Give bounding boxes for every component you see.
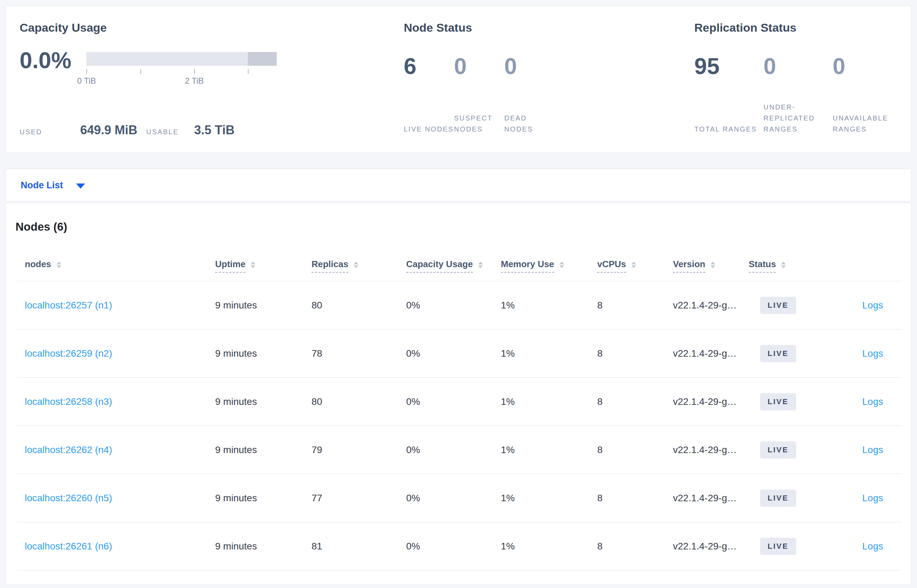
sort-icon <box>57 262 61 268</box>
stat-label: UNAVAILABLE RANGES <box>833 113 902 135</box>
stat-value: 6 <box>404 55 454 78</box>
stat-value: 0 <box>833 55 902 78</box>
sort-icon <box>250 262 255 268</box>
sort-icon <box>710 262 715 268</box>
status-badge: LIVE <box>760 345 796 362</box>
column-header-version[interactable]: Version <box>673 259 749 281</box>
node-link[interactable]: localhost:26257 (n1) <box>25 300 112 310</box>
logs-link[interactable]: Logs <box>862 300 883 310</box>
stat: 0 SUSPECT NODES <box>454 55 504 135</box>
vcpus-cell: 8 <box>597 396 673 407</box>
capacity-usage-cell: 0% <box>406 541 501 552</box>
stat-label: SUSPECT NODES <box>454 113 504 135</box>
vcpus-cell: 8 <box>597 300 673 311</box>
node-list-selector-label: Node List <box>21 180 63 191</box>
node-status-title: Node Status <box>404 21 569 36</box>
table-row: localhost:26260 (n5) 9 minutes 77 0% 1% … <box>17 474 901 522</box>
status-badge: LIVE <box>760 489 796 507</box>
node-status-stats: 6 LIVE NODES 0 SUSPECT NODES 0 DEAD NODE… <box>404 55 569 135</box>
sort-icon <box>478 262 483 268</box>
column-header-nodes[interactable]: nodes <box>25 259 215 281</box>
logs-link[interactable]: Logs <box>862 396 883 407</box>
capacity-bar-tick-label: 0 TiB <box>66 76 107 86</box>
capacity-usage-cell: 0% <box>406 444 501 456</box>
memory-use-cell: 1% <box>501 444 597 456</box>
logs-link[interactable]: Logs <box>862 493 883 503</box>
logs-link[interactable]: Logs <box>862 444 883 455</box>
capacity-usage-title: Capacity Usage <box>19 21 391 36</box>
replicas-cell: 79 <box>312 444 406 456</box>
column-header-label: Version <box>673 259 705 273</box>
version-cell: v22.1.4-29-g… <box>673 300 749 311</box>
replicas-cell: 78 <box>312 348 406 359</box>
table-row: localhost:26261 (n6) 9 minutes 81 0% 1% … <box>17 522 901 570</box>
column-header-label: Status <box>749 259 776 273</box>
capacity-bar-unusable-segment <box>248 52 277 66</box>
used-label: USED <box>19 128 80 136</box>
usable-value: 3.5 TiB <box>194 123 234 137</box>
status-badge: LIVE <box>760 297 796 314</box>
capacity-usage-cell: 0% <box>406 348 501 359</box>
nodes-panel-title: Nodes (6) <box>16 220 911 233</box>
table-row: localhost:26259 (n2) 9 minutes 78 0% 1% … <box>17 330 901 378</box>
column-header-replicas[interactable]: Replicas <box>312 259 406 281</box>
node-link[interactable]: localhost:26261 (n6) <box>25 541 112 551</box>
overview-panel: Capacity Usage 0.0% 0 TiB2 TiB USED 649.… <box>5 5 912 153</box>
node-link[interactable]: localhost:26259 (n2) <box>25 348 112 359</box>
sort-icon <box>781 262 786 268</box>
stat-label: TOTAL RANGES <box>694 124 764 135</box>
column-header-label: vCPUs <box>597 259 626 273</box>
stat-value: 95 <box>694 55 764 78</box>
column-header-capacity-usage[interactable]: Capacity Usage <box>406 259 501 281</box>
stat: 0 UNDER-REPLICATED RANGES <box>764 55 833 135</box>
capacity-usage-chart: 0.0% 0 TiB2 TiB <box>19 47 391 90</box>
logs-link[interactable]: Logs <box>862 348 883 359</box>
uptime-cell: 9 minutes <box>215 348 312 359</box>
nodes-table-body: localhost:26257 (n1) 9 minutes 80 0% 1% … <box>17 281 901 570</box>
replication-status-title: Replication Status <box>694 21 908 36</box>
stat-value: 0 <box>504 55 555 78</box>
stat-label: UNDER-REPLICATED RANGES <box>764 102 833 135</box>
table-row: localhost:26262 (n4) 9 minutes 79 0% 1% … <box>17 426 901 474</box>
column-header-uptime[interactable]: Uptime <box>215 259 312 281</box>
sort-icon <box>354 262 358 268</box>
logs-link[interactable]: Logs <box>862 541 883 551</box>
capacity-bar: 0 TiB2 TiB <box>86 52 277 90</box>
replicas-cell: 81 <box>312 541 406 552</box>
version-cell: v22.1.4-29-g… <box>673 541 749 552</box>
node-status-section: Node Status 6 LIVE NODES 0 SUSPECT NODES… <box>404 6 569 152</box>
node-list-selector[interactable]: Node List <box>6 169 911 201</box>
stat-value: 0 <box>454 55 504 78</box>
stat: 0 UNAVAILABLE RANGES <box>833 55 902 135</box>
memory-use-cell: 1% <box>501 541 597 552</box>
usable-label: USABLE <box>146 128 179 136</box>
capacity-usage-cell: 0% <box>406 493 501 504</box>
status-badge: LIVE <box>760 441 796 459</box>
capacity-usage-section: Capacity Usage 0.0% 0 TiB2 TiB USED 649.… <box>19 6 391 152</box>
replicas-cell: 80 <box>312 396 406 407</box>
stat-value: 0 <box>764 55 833 78</box>
uptime-cell: 9 minutes <box>215 493 312 504</box>
node-link[interactable]: localhost:26260 (n5) <box>25 493 112 503</box>
replicas-cell: 80 <box>312 300 406 311</box>
version-cell: v22.1.4-29-g… <box>673 493 749 504</box>
status-badge: LIVE <box>760 538 796 555</box>
capacity-bar-tick <box>86 69 87 74</box>
stat: 6 LIVE NODES <box>404 55 454 135</box>
node-link[interactable]: localhost:26262 (n4) <box>25 444 112 455</box>
table-row: localhost:26257 (n1) 9 minutes 80 0% 1% … <box>17 281 901 330</box>
replicas-cell: 77 <box>312 493 406 504</box>
column-header-label: Memory Use <box>501 259 554 273</box>
nodes-table: nodes Uptime Replicas Capacity Usage Mem… <box>17 240 901 570</box>
node-link[interactable]: localhost:26258 (n3) <box>25 396 112 407</box>
view-selector-panel: Node List <box>5 169 912 202</box>
vcpus-cell: 8 <box>597 444 673 456</box>
vcpus-cell: 8 <box>597 493 673 504</box>
capacity-bar-tick <box>248 69 249 74</box>
column-header-vcpus[interactable]: vCPUs <box>597 259 673 281</box>
stat: 95 TOTAL RANGES <box>694 55 764 135</box>
column-header-memory-use[interactable]: Memory Use <box>501 259 597 281</box>
capacity-bar-tick-label: 2 TiB <box>173 76 215 86</box>
column-header-label: Replicas <box>312 259 348 273</box>
column-header-status[interactable]: Status <box>749 259 862 281</box>
